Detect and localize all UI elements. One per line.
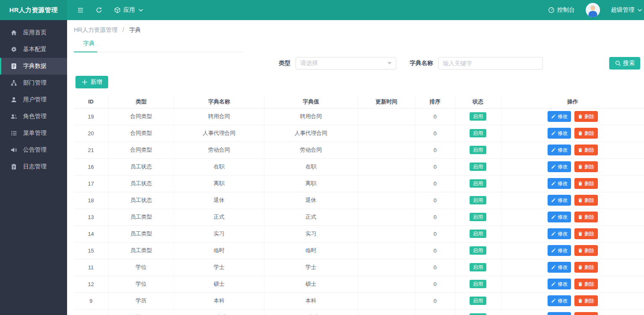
delete-button[interactable]: 删除	[574, 178, 598, 189]
refresh-icon[interactable]	[96, 7, 102, 13]
cell-dict-value: 临时	[264, 242, 358, 259]
pencil-icon	[551, 281, 556, 287]
cell-id: 15	[74, 242, 108, 259]
cell-sort: 0	[415, 242, 455, 259]
delete-button[interactable]: 删除	[574, 111, 598, 122]
search-button[interactable]: 搜索	[609, 57, 640, 70]
pencil-icon	[551, 147, 556, 152]
sidebar-item-4[interactable]: 用户管理	[0, 91, 67, 108]
status-badge: 启用	[470, 213, 486, 221]
trash-icon	[578, 298, 583, 303]
cell-sort: 0	[415, 175, 455, 192]
cell-type: 员工类型	[108, 242, 174, 259]
cell-dict-name: 人事代理合同	[174, 125, 264, 142]
breadcrumb-separator: /	[122, 26, 124, 33]
sidebar-item-7[interactable]: 公告管理	[0, 142, 67, 158]
dict-name-input[interactable]	[438, 57, 543, 70]
sidebar-item-1[interactable]: 基本配置	[0, 41, 67, 58]
user-menu[interactable]: 超级管理	[611, 6, 643, 14]
cell-actions: 修改 删除	[501, 242, 644, 259]
app-logo[interactable]: HR人力资源管理	[0, 0, 67, 20]
cell-sort: 0	[415, 125, 455, 142]
users-icon	[10, 113, 17, 120]
log-icon	[10, 163, 17, 170]
breadcrumb-root[interactable]: HR人力资源管理	[74, 26, 117, 33]
delete-button[interactable]: 删除	[574, 295, 598, 306]
sidebar-item-label: 菜单管理	[23, 129, 47, 137]
tab-dict[interactable]: 字典	[81, 40, 96, 52]
table-row: 19 合同类型 聘用合同 聘用合同 0 启用 修改 删除	[74, 108, 644, 125]
user-icon	[10, 96, 17, 103]
edit-button[interactable]: 修改	[548, 128, 571, 139]
edit-button[interactable]: 修改	[548, 262, 571, 273]
cell-actions: 修改 删除	[501, 158, 644, 175]
sidebar-item-0[interactable]: 应用首页	[0, 24, 67, 41]
cell-type: 员工状态	[108, 158, 174, 175]
trash-icon	[578, 231, 583, 236]
edit-button[interactable]: 修改	[548, 312, 571, 315]
delete-button[interactable]: 删除	[574, 262, 598, 273]
delete-button[interactable]: 删除	[574, 145, 598, 155]
trash-icon	[578, 214, 583, 219]
sidebar-item-5[interactable]: 角色管理	[0, 108, 67, 125]
edit-button[interactable]: 修改	[548, 111, 571, 122]
delete-button[interactable]: 删除	[574, 195, 598, 206]
edit-button-label: 修改	[558, 297, 568, 305]
edit-button[interactable]: 修改	[548, 195, 571, 206]
edit-button[interactable]: 修改	[548, 228, 571, 239]
cell-id: 14	[74, 225, 108, 242]
dict-table: ID类型字典名称字典值更新时间排序状态操作 19 合同类型 聘用合同 聘用合同 …	[74, 96, 644, 315]
cell-id: 19	[74, 108, 108, 125]
cell-type: 学位	[108, 276, 174, 292]
table-row: 10 学历 研究生 研究生 0 启用 修改 删除	[74, 309, 644, 315]
avatar[interactable]	[586, 3, 600, 17]
breadcrumb-current: 字典	[129, 26, 141, 33]
edit-button-label: 修改	[558, 197, 568, 204]
edit-button[interactable]: 修改	[548, 161, 571, 172]
cell-updated	[358, 142, 415, 158]
list-icon	[10, 130, 17, 137]
edit-button[interactable]: 修改	[548, 245, 571, 256]
console-link[interactable]: 控制台	[548, 6, 575, 14]
delete-button-label: 删除	[584, 247, 595, 254]
edit-button-label: 修改	[558, 281, 568, 288]
table-row: 21 合同类型 劳动合同 劳动合同 0 启用 修改 删除	[74, 142, 644, 158]
delete-button[interactable]: 删除	[574, 228, 598, 239]
sidebar-item-2[interactable]: 字典数据	[0, 58, 67, 75]
edit-button[interactable]: 修改	[548, 212, 571, 222]
delete-button[interactable]: 删除	[574, 279, 598, 289]
edit-button[interactable]: 修改	[548, 145, 571, 155]
add-button[interactable]: 新增	[75, 76, 108, 88]
cell-status: 启用	[455, 192, 501, 209]
cell-status: 启用	[455, 309, 501, 315]
sidebar-item-8[interactable]: 日志管理	[0, 158, 67, 175]
status-badge: 启用	[470, 280, 486, 288]
sidebar-item-6[interactable]: 菜单管理	[0, 125, 67, 142]
delete-button[interactable]: 删除	[574, 312, 598, 315]
cell-updated	[358, 292, 415, 309]
delete-button-label: 删除	[584, 147, 595, 154]
breadcrumb: HR人力资源管理 / 字典	[74, 26, 634, 34]
edit-button[interactable]: 修改	[548, 279, 571, 289]
app-menu[interactable]: 应用	[114, 6, 144, 14]
delete-button[interactable]: 删除	[574, 212, 598, 222]
cell-id: 16	[74, 158, 108, 175]
cell-dict-name: 聘用合同	[174, 108, 264, 125]
pencil-icon	[551, 131, 556, 136]
edit-button-label: 修改	[558, 264, 568, 271]
cell-dict-value: 劳动合同	[264, 142, 358, 158]
cell-id: 11	[74, 259, 108, 276]
sidebar-item-3[interactable]: 部门管理	[0, 75, 67, 91]
delete-button[interactable]: 删除	[574, 128, 598, 139]
add-button-label: 新增	[91, 78, 102, 86]
cell-status: 启用	[455, 142, 501, 158]
type-select[interactable]: 请选择	[296, 57, 396, 70]
delete-button[interactable]: 删除	[574, 161, 598, 172]
edit-button[interactable]: 修改	[548, 178, 571, 189]
delete-button[interactable]: 删除	[574, 245, 598, 256]
menu-fold-icon[interactable]	[77, 7, 84, 13]
cell-dict-name: 正式	[174, 209, 264, 225]
edit-button[interactable]: 修改	[548, 295, 571, 306]
cell-dict-value: 聘用合同	[264, 108, 358, 125]
cell-dict-value: 人事代理合同	[264, 125, 358, 142]
